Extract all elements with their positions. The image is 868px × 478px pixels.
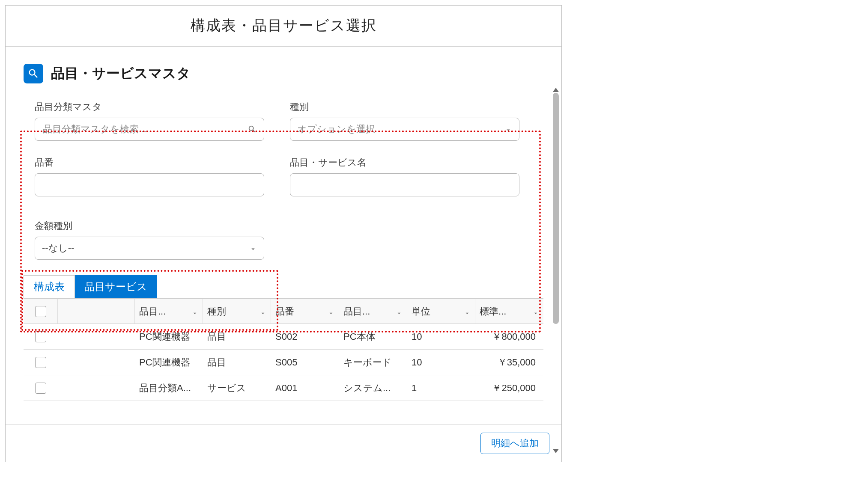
col-label: 種別	[207, 305, 226, 318]
modal-header: 構成表・品目サービス選択	[6, 6, 561, 47]
cell-unit: 10	[407, 324, 475, 349]
table-row[interactable]: PC関連機器品目S005キーボード10￥35,000	[24, 350, 543, 375]
table-header: 品目... 種別 品番 品目...	[24, 299, 543, 324]
col-type[interactable]: 種別	[203, 299, 271, 324]
col-std-price[interactable]: 標準...	[475, 299, 543, 324]
chevron-down-icon[interactable]	[464, 308, 471, 315]
col-unit[interactable]: 単位	[407, 299, 475, 324]
part-no-input-wrap[interactable]	[35, 173, 264, 196]
cell-classification: PC関連機器	[135, 350, 203, 375]
cell-classification: PC関連機器	[135, 324, 203, 349]
cell-std-price: ￥35,000	[475, 350, 543, 375]
label-type: 種別	[290, 101, 519, 113]
cell-std-price: ￥250,000	[475, 375, 543, 401]
col-label: 品番	[275, 305, 294, 318]
type-select-placeholder: オプションを選択	[297, 123, 375, 136]
chevron-down-icon[interactable]	[260, 308, 266, 315]
row-select[interactable]	[24, 324, 58, 349]
scroll-up-icon[interactable]	[553, 88, 559, 92]
field-amount-type: 金額種別 --なし--	[35, 220, 264, 260]
col-label: 標準...	[480, 305, 506, 318]
amount-type-select[interactable]: --なし--	[35, 237, 264, 260]
cell-unit: 10	[407, 350, 475, 375]
table-body: PC関連機器品目S002PC本体10￥800,000PC関連機器品目S005キー…	[24, 324, 543, 401]
cell-type: 品目	[203, 324, 271, 349]
row-select[interactable]	[24, 350, 58, 375]
cell-part-no: S002	[271, 324, 339, 349]
table-row[interactable]: PC関連機器品目S002PC本体10￥800,000	[24, 324, 543, 350]
section-heading: 品目・サービスマスタ	[24, 64, 543, 83]
chevron-down-icon[interactable]	[191, 308, 198, 315]
classification-lookup[interactable]	[35, 118, 264, 141]
label-item-name: 品目・サービス名	[290, 156, 519, 169]
row-select[interactable]	[24, 375, 58, 401]
cell-name: システム...	[339, 375, 407, 401]
vertical-scrollbar[interactable]	[552, 93, 560, 448]
classification-input[interactable]	[42, 123, 248, 135]
field-part-no: 品番	[35, 156, 264, 196]
col-label: 単位	[412, 305, 430, 318]
modal-bom-item-select: 構成表・品目サービス選択 品目・サービスマスタ 品目分類マスタ	[5, 5, 562, 462]
modal-body: 品目・サービスマスタ 品目分類マスタ 種別	[6, 47, 561, 462]
item-name-input[interactable]	[297, 179, 512, 191]
filter-grid: 品目分類マスタ 種別 オプションを選択	[24, 95, 529, 260]
tab-item-service[interactable]: 品目サービス	[75, 275, 157, 298]
label-part-no: 品番	[35, 156, 264, 169]
cell-type: サービス	[203, 375, 271, 401]
search-icon	[24, 64, 43, 83]
amount-type-value: --なし--	[42, 242, 74, 255]
tab-bom[interactable]: 構成表	[24, 275, 75, 298]
cell-part-no: S005	[271, 350, 339, 375]
checkbox[interactable]	[35, 306, 46, 317]
checkbox[interactable]	[35, 357, 46, 368]
results-table: 品目... 種別 品番 品目...	[24, 298, 543, 401]
label-amount-type: 金額種別	[35, 220, 264, 232]
chevron-down-icon[interactable]	[328, 308, 334, 315]
cell-name: キーボード	[339, 350, 407, 375]
cell-unit: 1	[407, 375, 475, 401]
chevron-down-icon	[504, 125, 512, 133]
section-title: 品目・サービスマスタ	[51, 64, 191, 83]
col-label: 品目...	[139, 305, 166, 318]
item-name-input-wrap[interactable]	[290, 173, 519, 196]
field-type: 種別 オプションを選択	[290, 101, 519, 141]
part-no-input[interactable]	[42, 179, 257, 191]
col-classification[interactable]: 品目...	[135, 299, 203, 324]
label-classification: 品目分類マスタ	[35, 101, 264, 113]
table-row[interactable]: 品目分類A...サービスA001システム...1￥250,000	[24, 375, 543, 401]
chevron-down-icon[interactable]	[532, 308, 539, 315]
col-name[interactable]: 品目...	[339, 299, 407, 324]
field-item-name: 品目・サービス名	[290, 156, 519, 196]
chevron-down-icon[interactable]	[396, 308, 403, 315]
field-classification: 品目分類マスタ	[35, 101, 264, 141]
checkbox[interactable]	[35, 331, 46, 342]
modal-scroll-area: 品目・サービスマスタ 品目分類マスタ 種別	[6, 47, 561, 424]
row-actions	[58, 324, 135, 349]
scroll-down-icon[interactable]	[553, 449, 559, 453]
modal-title: 構成表・品目サービス選択	[191, 16, 377, 36]
cell-classification: 品目分類A...	[135, 375, 203, 401]
cell-name: PC本体	[339, 324, 407, 349]
add-to-detail-button[interactable]: 明細へ追加	[480, 433, 549, 454]
cell-part-no: A001	[271, 375, 339, 401]
col-label: 品目...	[343, 305, 370, 318]
col-select-all[interactable]	[24, 299, 58, 324]
modal-footer: 明細へ追加	[6, 424, 561, 462]
scrollbar-thumb[interactable]	[553, 93, 559, 324]
row-actions	[58, 350, 135, 375]
col-part-no[interactable]: 品番	[271, 299, 339, 324]
search-icon	[248, 125, 257, 134]
row-actions	[58, 375, 135, 401]
col-actions	[58, 299, 135, 324]
cell-type: 品目	[203, 350, 271, 375]
type-select[interactable]: オプションを選択	[290, 118, 519, 141]
cell-std-price: ￥800,000	[475, 324, 543, 349]
checkbox[interactable]	[35, 383, 46, 394]
chevron-down-icon	[249, 244, 257, 252]
result-tabs: 構成表 品目サービス	[24, 275, 543, 298]
